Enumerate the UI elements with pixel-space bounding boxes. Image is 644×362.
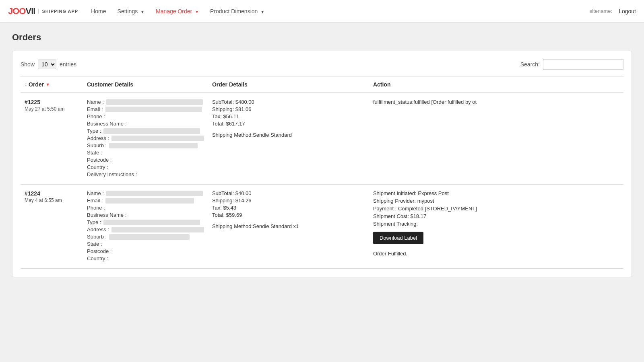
nav-home[interactable]: Home <box>86 5 111 18</box>
sitename-label: sitename: <box>590 8 612 14</box>
field-label: Type : <box>87 219 101 225</box>
field-label: Name : <box>87 190 104 196</box>
search-input[interactable] <box>543 59 623 70</box>
field-value-bar <box>111 136 204 141</box>
order-detail-line: Total: $59.69 <box>212 212 365 218</box>
order-detail-line: Shipping Method:Sendle Standard <box>212 132 365 138</box>
action-text: fulfillment_status:fulfilled [Order fulf… <box>373 99 619 105</box>
customer-field: Address : <box>87 135 204 141</box>
field-label: Postcode : <box>87 157 111 163</box>
nav-right: sitename: Logout <box>590 8 636 14</box>
entries-label: entries <box>60 61 76 68</box>
page-content: Orders Show 10 25 50 entries Search: <box>0 23 644 287</box>
action-cell: fulfillment_status:fulfilled [Order fulf… <box>369 93 623 185</box>
customer-field: Type : <box>87 128 204 134</box>
order-cell: #1225 May 27 at 5:50 am <box>21 93 83 185</box>
th-action: Action <box>369 76 623 93</box>
nav-manage-order[interactable]: Manage Order ▼ <box>151 5 204 18</box>
field-label: Delivery Instructions : <box>87 171 137 177</box>
customer-field: Postcode : <box>87 157 204 163</box>
action-line: Shipment Initiated: Express Post <box>373 190 619 196</box>
field-value-bar <box>106 191 203 196</box>
order-detail-line: Shipping: $81.06 <box>212 106 365 112</box>
field-value-bar <box>103 128 200 134</box>
logout-button[interactable]: Logout <box>619 8 636 14</box>
orders-table: ↕ Order ▼ Customer Details Order Details… <box>21 76 623 269</box>
customer-field: Email : <box>87 106 204 112</box>
customer-field: Delivery Instructions : <box>87 171 204 177</box>
order-detail-line: Total: $617.17 <box>212 121 365 127</box>
entries-select[interactable]: 10 25 50 <box>38 60 56 69</box>
field-label: Business Name : <box>87 121 126 127</box>
show-entries-control: Show 10 25 50 entries <box>21 60 76 69</box>
action-line: Shipping Provider: mypost <box>373 198 619 204</box>
field-label: Address : <box>87 226 109 232</box>
action-cell: Shipment Initiated: Express PostShipping… <box>369 185 623 269</box>
field-value-bar <box>105 107 202 112</box>
field-label: Business Name : <box>87 212 126 218</box>
search-box: Search: <box>520 59 623 70</box>
customer-field: Business Name : <box>87 121 204 127</box>
action-line: Shipment Cost: $18.17 <box>373 213 619 219</box>
customer-field: Suburb : <box>87 234 204 240</box>
orders-table-container: Show 10 25 50 entries Search: ↕ <box>12 51 632 277</box>
field-value-bar <box>109 143 198 148</box>
order-detail-line: Tax: $5.43 <box>212 205 365 211</box>
brand-subtitle: SHIPPING APP <box>38 9 78 14</box>
brand-logo-link[interactable]: JOOVII SHIPPING APP <box>8 6 78 16</box>
order-date: May 4 at 6:55 am <box>25 197 79 203</box>
customer-field: Suburb : <box>87 142 204 148</box>
brand-logo: JOOVII <box>8 6 35 16</box>
order-cell: #1224 May 4 at 6:55 am <box>21 185 83 269</box>
field-label: State : <box>87 241 102 247</box>
order-detail-line: Shipping Method:Sendle Standard x1 <box>212 223 365 229</box>
nav-settings[interactable]: Settings ▼ <box>113 5 149 18</box>
field-value-bar <box>106 99 203 105</box>
order-number: #1225 <box>25 99 79 105</box>
sort-down-icon: ▼ <box>45 82 50 87</box>
field-value-bar <box>105 198 194 204</box>
manage-order-caret-icon: ▼ <box>195 10 199 14</box>
customer-field: Name : <box>87 190 204 196</box>
th-customer-details: Customer Details <box>83 76 208 93</box>
customer-field: Name : <box>87 99 204 105</box>
order-detail-line: SubTotal: $480.00 <box>212 99 365 105</box>
customer-field: Address : <box>87 226 204 232</box>
order-details-cell: SubTotal: $480.00Shipping: $81.06Tax: $5… <box>208 93 369 185</box>
download-label-button[interactable]: Download Label <box>373 232 423 244</box>
order-date: May 27 at 5:50 am <box>25 106 79 112</box>
field-label: Address : <box>87 135 109 141</box>
product-dimension-caret-icon: ▼ <box>260 10 264 14</box>
field-label: Email : <box>87 197 103 204</box>
th-order-details: Order Details <box>208 76 369 93</box>
nav-links: Home Settings ▼ Manage Order ▼ Product D… <box>86 5 582 18</box>
field-label: Country : <box>87 164 108 170</box>
page-title: Orders <box>12 32 632 43</box>
table-row: #1225 May 27 at 5:50 am Name : Email : P… <box>21 93 623 185</box>
order-number: #1224 <box>25 190 79 197</box>
customer-details-cell: Name : Email : Phone : Business Name : T… <box>83 93 208 185</box>
field-label: State : <box>87 150 102 156</box>
customer-field: State : <box>87 241 204 247</box>
customer-field: Business Name : <box>87 212 204 218</box>
customer-field: Phone : <box>87 113 204 119</box>
field-label: Country : <box>87 255 108 261</box>
settings-caret-icon: ▼ <box>140 10 144 14</box>
customer-field: State : <box>87 150 204 156</box>
order-detail-line: SubTotal: $40.00 <box>212 190 365 196</box>
action-line: Shipment Tracking: <box>373 221 619 227</box>
field-label: Suburb : <box>87 234 107 240</box>
customer-field: Postcode : <box>87 248 204 254</box>
field-value-bar <box>103 220 200 225</box>
show-label: Show <box>21 61 35 68</box>
th-order[interactable]: ↕ Order ▼ <box>21 76 83 93</box>
navbar: JOOVII SHIPPING APP Home Settings ▼ Mana… <box>0 0 644 23</box>
field-label: Phone : <box>87 113 105 119</box>
nav-product-dimension[interactable]: Product Dimension ▼ <box>205 5 269 18</box>
field-label: Suburb : <box>87 142 107 148</box>
order-details-cell: SubTotal: $40.00Shipping: $14.26Tax: $5.… <box>208 185 369 269</box>
order-detail-line: Tax: $56.11 <box>212 113 365 119</box>
field-label: Phone : <box>87 205 105 211</box>
sort-icon: ↕ <box>25 82 27 87</box>
customer-field: Type : <box>87 219 204 225</box>
